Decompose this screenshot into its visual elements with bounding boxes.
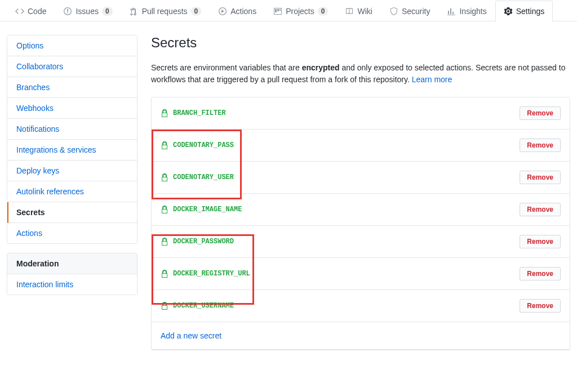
secret-row: DOCKER_IMAGE_NAME Remove (152, 194, 570, 226)
lock-icon (161, 173, 168, 182)
pull-request-icon (130, 7, 139, 16)
sidebar-item-interaction-limits[interactable]: Interaction limits (7, 274, 137, 295)
sidebar-item-notifications[interactable]: Notifications (7, 119, 137, 140)
learn-more-link[interactable]: Learn more (412, 75, 452, 84)
graph-icon (447, 7, 456, 16)
book-icon (345, 7, 354, 16)
remove-button[interactable]: Remove (520, 106, 561, 120)
remove-button[interactable]: Remove (520, 235, 561, 248)
desc-prefix: Secrets are environment variables that a… (151, 63, 302, 72)
tab-projects[interactable]: Projects 0 (265, 1, 336, 21)
shield-icon (389, 7, 398, 16)
secret-row: DOCKER_PASSWORD Remove (152, 226, 570, 258)
issue-icon (63, 7, 72, 16)
secret-row: BRANCH_FILTER Remove (152, 97, 570, 130)
tab-security-label: Security (402, 7, 430, 16)
tab-pulls[interactable]: Pull requests 0 (121, 1, 210, 21)
tab-pulls-label: Pull requests (142, 7, 188, 16)
tab-settings-label: Settings (516, 7, 545, 16)
secret-row: CODENOTARY_USER Remove (152, 162, 570, 194)
add-secret-row: Add a new secret (152, 322, 570, 350)
sidebar-item-branches[interactable]: Branches (7, 77, 137, 98)
tab-pulls-count: 0 (191, 7, 202, 16)
remove-button[interactable]: Remove (520, 203, 561, 216)
remove-button[interactable]: Remove (520, 139, 561, 152)
lock-icon (161, 109, 168, 118)
remove-button[interactable]: Remove (520, 299, 561, 313)
play-icon (218, 7, 227, 16)
code-icon (15, 7, 24, 16)
tab-code-label: Code (28, 7, 46, 16)
sidebar-item-actions[interactable]: Actions (7, 223, 137, 243)
sidebar-item-options[interactable]: Options (7, 35, 137, 56)
secret-row: DOCKER_USERNAME Remove (152, 290, 570, 322)
remove-button[interactable]: Remove (520, 267, 561, 280)
tab-security[interactable]: Security (381, 1, 439, 21)
secret-name: DOCKER_PASSWORD (173, 238, 234, 246)
settings-layout: Options Collaborators Branches Webhooks … (0, 21, 577, 350)
tab-issues-count: 0 (102, 7, 113, 16)
secrets-content: Secrets Secrets are environment variable… (151, 35, 570, 350)
sidebar-item-autolink[interactable]: Autolink references (7, 181, 137, 202)
secret-name: BRANCH_FILTER (173, 109, 226, 117)
sidebar-moderation-header: Moderation (7, 253, 137, 274)
repo-nav: Code Issues 0 Pull requests 0 Actions Pr… (0, 0, 577, 21)
tab-issues[interactable]: Issues 0 (55, 1, 121, 21)
lock-icon (161, 237, 168, 246)
tab-insights[interactable]: Insights (438, 1, 495, 21)
tab-projects-count: 0 (318, 7, 329, 16)
secret-row: CODENOTARY_PASS Remove (152, 130, 570, 162)
tab-actions[interactable]: Actions (210, 1, 265, 21)
secret-name: CODENOTARY_USER (173, 173, 234, 181)
sidebar-main-menu: Options Collaborators Branches Webhooks … (7, 35, 137, 244)
remove-button[interactable]: Remove (520, 171, 561, 184)
lock-icon (161, 205, 168, 214)
secret-name: DOCKER_REGISTRY_URL (173, 270, 250, 278)
secret-name: DOCKER_USERNAME (173, 302, 234, 310)
sidebar-item-integrations[interactable]: Integrations & services (7, 140, 137, 161)
secrets-list: BRANCH_FILTER Remove CODENOTARY_PASS Rem… (151, 97, 570, 350)
tab-issues-label: Issues (76, 7, 98, 16)
tab-projects-label: Projects (286, 7, 314, 16)
tab-settings[interactable]: Settings (495, 1, 553, 21)
secret-row: DOCKER_REGISTRY_URL Remove (152, 258, 570, 290)
page-title: Secrets (151, 35, 570, 51)
sidebar-item-collaborators[interactable]: Collaborators (7, 56, 137, 77)
sidebar-item-deploy-keys[interactable]: Deploy keys (7, 161, 137, 181)
project-icon (273, 7, 282, 16)
secret-name: CODENOTARY_PASS (173, 141, 234, 149)
desc-bold: encrypted (302, 63, 340, 72)
sidebar-item-secrets: Secrets (7, 202, 137, 223)
lock-icon (161, 301, 168, 310)
lock-icon (161, 141, 168, 150)
lock-icon (161, 269, 168, 278)
tab-insights-label: Insights (459, 7, 486, 16)
tab-wiki-label: Wiki (357, 7, 372, 16)
sidebar-moderation-menu: Moderation Interaction limits (7, 253, 137, 295)
secret-name: DOCKER_IMAGE_NAME (173, 206, 242, 213)
page-description: Secrets are environment variables that a… (151, 62, 570, 86)
tab-actions-label: Actions (230, 7, 256, 16)
tab-wiki[interactable]: Wiki (336, 1, 380, 21)
gear-icon (504, 7, 513, 16)
tab-code[interactable]: Code (7, 1, 55, 21)
sidebar-item-webhooks[interactable]: Webhooks (7, 98, 137, 119)
settings-sidebar: Options Collaborators Branches Webhooks … (7, 35, 137, 350)
add-secret-link[interactable]: Add a new secret (161, 331, 221, 340)
